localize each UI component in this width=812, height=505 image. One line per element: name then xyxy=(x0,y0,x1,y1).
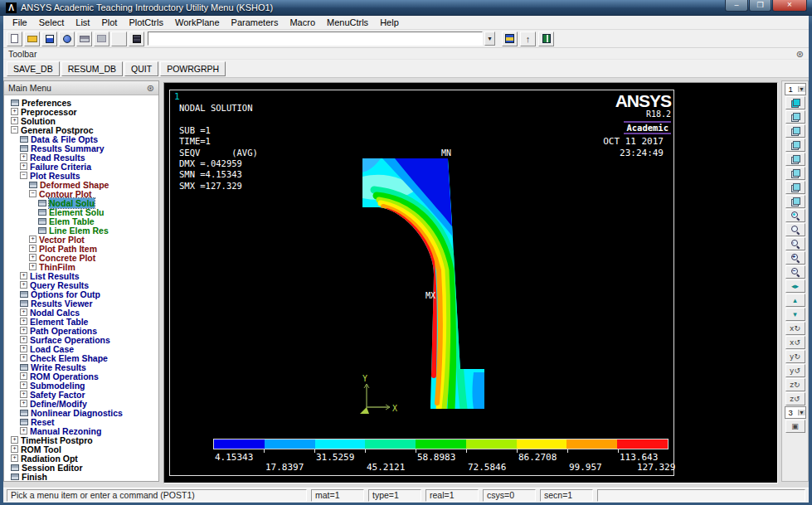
expand-icon[interactable]: + xyxy=(11,445,18,453)
rotate-x-plus-button[interactable]: x↻ xyxy=(785,322,805,335)
tree-item-path-operations[interactable]: +Path Operations xyxy=(4,326,158,335)
tree-item-results-summary[interactable]: Results Summary xyxy=(4,143,158,153)
expand-icon[interactable]: + xyxy=(20,381,27,389)
rotate-y-plus-button[interactable]: y↻ xyxy=(785,350,805,363)
expand-icon[interactable]: + xyxy=(20,163,27,170)
oblique-view-button[interactable] xyxy=(785,110,805,124)
expand-icon[interactable]: + xyxy=(20,372,27,380)
tree-item-line-elem-res[interactable]: Line Elem Res xyxy=(4,226,158,235)
expand-icon[interactable]: + xyxy=(11,108,18,115)
resum-db-button[interactable]: RESUM_DB xyxy=(61,61,123,76)
tree-item-rom-tool[interactable]: +ROM Tool xyxy=(4,444,158,454)
pan-up-button[interactable]: ▴ xyxy=(785,294,805,307)
tree-item-timehist-postpro[interactable]: +TimeHist Postpro xyxy=(4,435,158,444)
pan-zoom-rotate-button[interactable] xyxy=(59,32,75,46)
powrgrph-button[interactable]: POWRGRPH xyxy=(160,61,226,76)
tree-item-plot-path-item[interactable]: +Plot Path Item xyxy=(4,244,158,253)
expand-icon[interactable]: + xyxy=(29,263,36,270)
zoom-in-button[interactable]: + xyxy=(785,251,805,265)
command-prompt-button[interactable] xyxy=(129,32,144,46)
iso-view-button[interactable] xyxy=(785,96,805,109)
left-view-button[interactable] xyxy=(785,181,805,194)
tree-item-data-file-opts[interactable]: Data & File Opts xyxy=(4,134,158,143)
expand-icon[interactable]: + xyxy=(20,400,27,407)
title-bar[interactable]: Λ ANSYS Academic Teaching Introductory U… xyxy=(0,0,812,16)
zoom-button[interactable] xyxy=(785,223,805,236)
menu-parameters[interactable]: Parameters xyxy=(226,17,284,28)
expand-icon[interactable]: + xyxy=(20,327,27,334)
tree-item-options-for-outp[interactable]: Options for Outp xyxy=(4,289,158,299)
tree-item-thinfilm[interactable]: +ThinFilm xyxy=(4,262,158,271)
tree-item-write-results[interactable]: Write Results xyxy=(4,362,158,371)
print-button[interactable] xyxy=(76,32,92,46)
tree-item-safety-factor[interactable]: +Safety Factor xyxy=(4,390,158,399)
tree-item-read-results[interactable]: +Read Results xyxy=(4,153,158,162)
tree-item-element-solu[interactable]: Element Solu xyxy=(4,207,158,216)
raise-hidden-button[interactable]: ↑ xyxy=(520,32,536,46)
expand-icon[interactable]: + xyxy=(20,153,27,161)
tree-item-solution[interactable]: +Solution xyxy=(4,116,158,125)
right-view-button[interactable] xyxy=(785,195,805,208)
tree-item-list-results[interactable]: +List Results xyxy=(4,271,158,280)
zoom-out-button[interactable]: − xyxy=(785,265,805,279)
expand-icon[interactable]: + xyxy=(29,245,36,252)
contour-plot[interactable]: MN MX Y X xyxy=(170,90,675,477)
main-menu-collapse-icon[interactable]: ⊛ xyxy=(147,84,154,92)
tree-item-element-table[interactable]: +Element Table xyxy=(4,317,158,326)
tree-item-elem-table[interactable]: Elem Table xyxy=(4,216,158,226)
menu-macro[interactable]: Macro xyxy=(284,17,321,28)
rotate-x-minus-button[interactable]: x↺ xyxy=(785,336,805,349)
tree-item-general-postproc[interactable]: −General Postproc xyxy=(4,125,158,134)
expand-icon[interactable]: + xyxy=(20,318,27,325)
menu-plot[interactable]: Plot xyxy=(95,17,123,28)
collapse-icon[interactable]: − xyxy=(29,190,36,197)
tree-item-query-results[interactable]: +Query Results xyxy=(4,280,158,289)
top-view-button[interactable] xyxy=(785,153,805,166)
front-view-button[interactable] xyxy=(785,124,805,138)
tree-item-finish[interactable]: Finish xyxy=(4,472,158,481)
help-button[interactable] xyxy=(111,32,127,46)
tree-item-preprocessor[interactable]: +Preprocessor xyxy=(4,107,158,116)
expand-icon[interactable]: + xyxy=(20,281,27,289)
tree-item-radiation-opt[interactable]: +Radiation Opt xyxy=(4,454,158,463)
tree-item-plot-results[interactable]: −Plot Results xyxy=(4,171,158,180)
menu-file[interactable]: File xyxy=(7,17,33,28)
tree-item-session-editor[interactable]: Session Editor xyxy=(4,463,158,472)
tree-item-failure-criteria[interactable]: +Failure Criteria xyxy=(4,162,158,171)
tree-item-nodal-calcs[interactable]: +Nodal Calcs xyxy=(4,308,158,317)
box-zoom-button[interactable]: ▫ xyxy=(785,237,805,250)
tree-item-preferences[interactable]: Preferences xyxy=(4,98,158,107)
back-view-button[interactable] xyxy=(785,138,805,152)
expand-icon[interactable]: + xyxy=(20,391,27,398)
image-capture-button[interactable] xyxy=(94,32,109,46)
tree-item-vector-plot[interactable]: +Vector Plot xyxy=(4,235,158,244)
pan-left-right-button[interactable]: ◂▸ xyxy=(785,279,805,293)
dynamic-mode-button[interactable]: ▣ xyxy=(785,420,805,433)
tree-item-reset[interactable]: Reset xyxy=(4,417,158,426)
expand-icon[interactable]: + xyxy=(29,254,36,261)
command-history-dropdown[interactable]: ▾ xyxy=(484,32,495,46)
expand-icon[interactable]: + xyxy=(20,272,27,279)
bottom-view-button[interactable] xyxy=(785,167,805,180)
open-file-button[interactable] xyxy=(24,32,40,46)
minimize-button[interactable]: – xyxy=(725,0,748,12)
tree-item-load-case[interactable]: +Load Case xyxy=(4,344,158,353)
graphics-viewport[interactable]: 1 NODAL SOLUTIONSUB =1TIME=1SEQV (AVG)DM… xyxy=(169,90,674,476)
menu-menuctrls[interactable]: MenuCtrls xyxy=(321,17,374,28)
tree-item-surface-operations[interactable]: +Surface Operations xyxy=(4,335,158,344)
rotate-z-plus-button[interactable]: z↻ xyxy=(785,378,805,391)
expand-icon[interactable]: + xyxy=(20,427,27,435)
command-input[interactable] xyxy=(148,32,483,46)
tree-item-submodeling[interactable]: +Submodeling xyxy=(4,381,158,390)
expand-icon[interactable]: + xyxy=(20,354,27,362)
tree-item-deformed-shape[interactable]: Deformed Shape xyxy=(4,180,158,189)
expand-icon[interactable]: + xyxy=(11,454,18,462)
menu-select[interactable]: Select xyxy=(33,17,71,28)
dialog-raise-button[interactable] xyxy=(502,32,518,46)
tree-item-results-viewer[interactable]: Results Viewer xyxy=(4,299,158,308)
menu-list[interactable]: List xyxy=(70,17,95,28)
maximize-button[interactable]: ❒ xyxy=(749,0,771,12)
tree-item-rom-operations[interactable]: +ROM Operations xyxy=(4,371,158,381)
toolbar-collapse-icon[interactable]: ⊛ xyxy=(796,50,804,58)
expand-icon[interactable]: + xyxy=(11,117,18,124)
